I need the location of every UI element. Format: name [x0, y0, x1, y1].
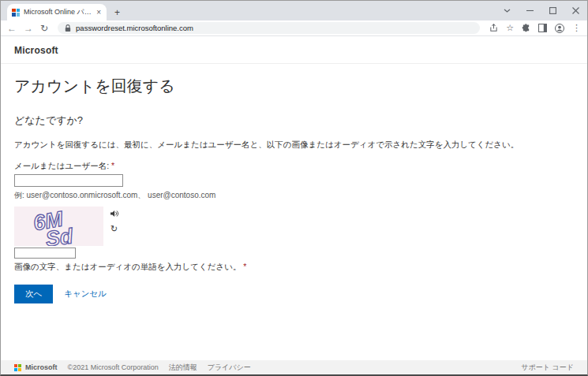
extensions-puzzle-icon[interactable]: [522, 24, 530, 32]
email-input[interactable]: [14, 174, 123, 187]
captcha-block: 6M Sd ↻: [14, 207, 574, 246]
browser-window: Microsoft Online パスワード リセット × + ← → ↻: [0, 0, 588, 376]
tab-strip: Microsoft Online パスワード リセット × +: [1, 1, 587, 20]
url-text: passwordreset.microsoftonline.com: [76, 24, 193, 32]
reload-icon[interactable]: ↻: [40, 24, 48, 33]
support-code-link[interactable]: サポート コード: [521, 363, 574, 373]
browser-tab[interactable]: Microsoft Online パスワード リセット ×: [7, 4, 107, 20]
recovery-form: アカウントを回復する どなたですか? アカウントを回復するには、最初に、メールま…: [1, 64, 587, 360]
next-button[interactable]: 次へ: [14, 285, 53, 303]
captcha-text-line2: Sd: [44, 224, 74, 246]
window-controls: [496, 1, 587, 20]
captcha-tools: ↻: [110, 207, 119, 246]
privacy-link[interactable]: プライバシー: [208, 363, 251, 373]
email-label: メールまたはユーザー名: *: [14, 161, 574, 172]
form-actions: 次へ キャンセル: [14, 285, 574, 303]
captcha-caption: 画像の文字、またはオーディオの単語を入力してください。 *: [14, 262, 574, 273]
captcha-image: 6M Sd: [14, 207, 103, 246]
new-tab-button[interactable]: +: [114, 8, 120, 17]
email-hint: 例: user@contoso.onmicrosoft.com、 user@co…: [14, 190, 574, 201]
captcha-refresh-icon[interactable]: ↻: [110, 225, 119, 233]
maximize-button[interactable]: [541, 1, 564, 20]
page-content: Microsoft アカウントを回復する どなたですか? アカウントを回復するに…: [1, 36, 587, 374]
audio-speaker-icon[interactable]: [110, 210, 119, 218]
page-title: アカウントを回復する: [14, 76, 574, 97]
browser-toolbar: ← → ↻ passwordreset.microsoftonline.com …: [1, 20, 587, 36]
legal-link[interactable]: 法的情報: [169, 363, 197, 373]
toolbar-actions: ☆ ⋮: [489, 24, 581, 33]
copyright-text: ©2021 Microsoft Corporation: [68, 363, 159, 371]
share-icon[interactable]: [489, 24, 498, 32]
tab-close-icon[interactable]: ×: [96, 9, 102, 17]
required-asterisk: *: [243, 262, 246, 271]
chevron-down-icon[interactable]: [496, 1, 519, 20]
footer-brand: Microsoft: [25, 363, 58, 371]
side-panel-icon[interactable]: [538, 24, 547, 32]
address-bar[interactable]: passwordreset.microsoftonline.com: [58, 22, 480, 34]
page-footer: Microsoft ©2021 Microsoft Corporation 法的…: [1, 360, 587, 374]
tab-title: Microsoft Online パスワード リセット: [24, 7, 92, 17]
lock-icon: [65, 24, 71, 32]
bookmark-star-icon[interactable]: ☆: [506, 24, 514, 32]
required-asterisk: *: [111, 161, 114, 170]
instruction-text: アカウントを回復するには、最初に、メールまたはユーザー名と、以下の画像またはオー…: [14, 140, 574, 151]
minimize-button[interactable]: [519, 1, 541, 20]
profile-avatar-icon[interactable]: [555, 24, 564, 33]
cancel-link[interactable]: キャンセル: [64, 289, 107, 300]
step-subtitle: どなたですか?: [14, 114, 574, 128]
microsoft-logo-text: Microsoft: [14, 45, 58, 56]
forward-icon[interactable]: →: [24, 24, 33, 33]
close-button[interactable]: [564, 1, 587, 20]
menu-dots-icon[interactable]: ⋮: [572, 24, 581, 32]
back-icon[interactable]: ←: [7, 24, 17, 33]
tab-favicon-icon: [12, 9, 20, 17]
page-header: Microsoft: [1, 36, 587, 64]
microsoft-squares-icon: [14, 364, 21, 371]
captcha-input[interactable]: [14, 248, 76, 259]
